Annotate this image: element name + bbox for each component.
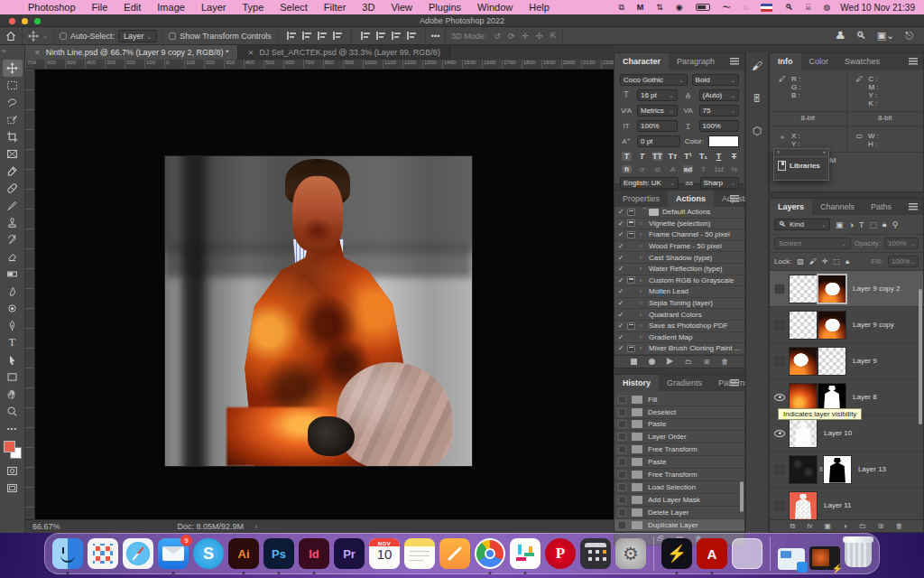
menu-3d[interactable]: 3D [354, 2, 383, 13]
control-center-icon[interactable]: ⌸ [806, 3, 810, 13]
menu-edit[interactable]: Edit [116, 2, 149, 13]
opentype-toggle-button[interactable]: fi [622, 165, 632, 173]
pen-tool[interactable] [3, 317, 23, 334]
panel-menu-icon[interactable] [909, 203, 918, 210]
3d-panel-icon[interactable]: ⬡ [753, 125, 762, 137]
delete-action-icon[interactable]: 🗑︎ [721, 358, 728, 366]
expand-chevron-icon[interactable]: › [642, 208, 648, 217]
layer-visibility-toggle[interactable] [770, 284, 790, 294]
menu-window[interactable]: Window [469, 2, 521, 13]
layer-visibility-toggle[interactable] [770, 430, 790, 437]
history-source-checkbox[interactable] [618, 396, 626, 404]
expand-chevron-icon[interactable]: › [640, 322, 649, 329]
dialog-toggle-icon[interactable] [627, 219, 635, 227]
format-toggle-button[interactable]: T [622, 152, 632, 161]
layer-row[interactable]: 8 Layer 9 copy 2 [770, 271, 923, 307]
action-row[interactable]: ✓ › Frame Channel - 50 pixel [614, 229, 744, 241]
layer-thumbnail[interactable] [790, 384, 817, 411]
object-selection-tool[interactable] [3, 111, 23, 128]
dock-app-icon[interactable] [732, 538, 762, 569]
fill-field[interactable]: 100%⌄ [888, 256, 919, 267]
menu-filter[interactable]: Filter [316, 2, 354, 13]
play-action-icon[interactable] [667, 358, 673, 365]
filter-adjustment-layers-icon[interactable]: ◑ [849, 220, 854, 229]
font-style-dropdown[interactable]: Bold⌄ [692, 74, 739, 86]
expand-chevron-icon[interactable]: › [640, 300, 649, 306]
expand-chevron-icon[interactable]: › [640, 312, 649, 318]
dialog-toggle-icon[interactable] [627, 345, 635, 352]
history-state-row[interactable]: Paste [614, 419, 744, 432]
spotlight-icon[interactable]: 🔍︎ [785, 3, 793, 12]
dialog-toggle-icon[interactable] [627, 322, 635, 330]
toolbar-collapse-chevrons[interactable]: » [2, 47, 5, 55]
history-state-row[interactable]: Layer Order [614, 431, 744, 443]
dock-app-icon[interactable]: NOV 10 [369, 538, 400, 569]
opentype-toggle-button[interactable]: st [652, 165, 662, 173]
workspace-switcher-icon[interactable]: ▣⌄ [877, 30, 895, 42]
new-action-set-icon[interactable]: 🗀 [685, 358, 692, 366]
dock-app-icon[interactable]: P [545, 538, 576, 569]
font-family-dropdown[interactable]: Coco Gothic⌄ [620, 74, 688, 86]
smudge-tool[interactable] [3, 283, 23, 300]
layer-row[interactable]: 8 Layer 11 [770, 488, 923, 519]
tab-swatches[interactable]: Swatches [836, 53, 888, 70]
add-mask-icon[interactable]: ▣ [824, 522, 831, 530]
layer-name[interactable]: Layer 11 [824, 501, 852, 509]
libraries-close-icon[interactable]: x [777, 149, 780, 156]
panel-menu-icon[interactable] [909, 58, 918, 65]
home-button[interactable] [0, 27, 23, 44]
action-check-icon[interactable]: ✓ [614, 265, 627, 273]
dock-app-icon[interactable]: A [697, 538, 727, 569]
tab-info[interactable]: Info [770, 53, 801, 70]
layer-thumbnail[interactable] [790, 456, 817, 483]
layer-name[interactable]: Layer 10 [824, 429, 852, 437]
dialog-toggle-icon[interactable] [627, 209, 635, 216]
dock-app-icon[interactable] [88, 538, 118, 569]
macupdater-icon[interactable]: M [637, 3, 644, 12]
layer-row[interactable]: 8 Layer 9 [770, 343, 923, 379]
lock-transparency-icon[interactable]: ▨ [797, 257, 804, 266]
status-options-chevron[interactable]: › [254, 522, 257, 531]
move-tool[interactable] [3, 60, 23, 77]
action-check-icon[interactable]: ✓ [614, 254, 627, 262]
link-layers-icon[interactable]: ⧉ [790, 522, 795, 531]
expand-chevron-icon[interactable]: › [640, 220, 649, 227]
distribute-center-icon[interactable] [376, 32, 385, 40]
align-right-icon[interactable] [318, 32, 327, 40]
action-check-icon[interactable]: ✓ [614, 287, 627, 295]
lock-position-icon[interactable]: ✛ [822, 257, 828, 266]
expand-chevron-icon[interactable]: › [640, 345, 649, 351]
panel-menu-icon[interactable] [730, 58, 739, 65]
format-toggle-button[interactable]: TT [652, 152, 662, 161]
tab-gradients[interactable]: Gradients [659, 375, 710, 391]
opentype-toggle-button[interactable]: A [668, 165, 678, 173]
frame-tool[interactable] [3, 145, 23, 163]
brush-tool[interactable] [3, 197, 23, 214]
layer-mask-thumbnail[interactable] [818, 348, 845, 375]
expand-chevron-icon[interactable]: › [640, 277, 649, 284]
type-color-swatch[interactable] [708, 135, 739, 147]
layers-scrollbar[interactable] [919, 289, 922, 424]
panel-menu-icon[interactable] [730, 195, 739, 202]
font-size-dropdown[interactable]: 16 pt⌄ [637, 89, 678, 101]
close-tab-icon[interactable]: ✕ [34, 49, 41, 57]
action-check-icon[interactable]: ✓ [614, 219, 627, 228]
history-state-row[interactable]: Add Layer Mask [614, 494, 744, 507]
dock-app-icon[interactable]: ⚡ [661, 538, 692, 569]
tab-color[interactable]: Color [801, 53, 837, 70]
filter-smart-objects-icon[interactable]: 🔒︎ [882, 219, 887, 229]
history-state-row[interactable]: Free Transform [614, 469, 744, 481]
dock-app-icon[interactable] [475, 538, 505, 569]
action-check-icon[interactable]: ✓ [614, 311, 627, 319]
history-state-row[interactable]: Load Selection [614, 481, 744, 494]
crop-tool[interactable] [3, 128, 23, 145]
layer-mask-thumbnail[interactable] [818, 275, 845, 303]
record-action-icon[interactable] [649, 359, 655, 365]
eraser-tool[interactable] [3, 248, 23, 266]
dock-app-icon[interactable]: 9 [158, 538, 189, 569]
quick-mask-icon[interactable] [3, 462, 23, 480]
rectangle-tool[interactable] [3, 368, 23, 386]
dock-app-icon[interactable]: Ai [228, 538, 259, 569]
format-toggle-button[interactable]: Tᴛ [668, 152, 678, 161]
dock-app-icon[interactable] [809, 546, 840, 570]
